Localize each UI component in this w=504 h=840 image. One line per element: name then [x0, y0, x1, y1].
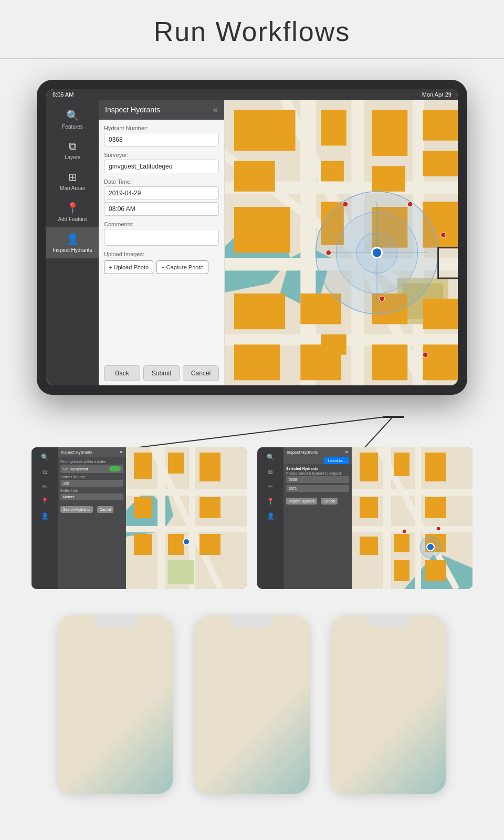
sidebar-item-add-feature[interactable]: 📍 Add Feature: [46, 196, 99, 227]
field-surveyor: Surveyor: gmvguest_Latitudegeo: [104, 152, 219, 173]
svg-rect-17: [372, 166, 405, 192]
svg-rect-76: [425, 453, 446, 481]
svg-rect-19: [234, 207, 290, 253]
small-hydrant-0371[interactable]: 0371: [286, 485, 349, 492]
svg-rect-49: [383, 416, 404, 418]
small-sidebar-add[interactable]: 📍: [32, 495, 58, 509]
phone-mockup-2: [194, 615, 310, 794]
svg-rect-81: [360, 537, 378, 555]
small-cancel-btn[interactable]: Cancel: [97, 506, 114, 513]
page-header: Run Workflows: [0, 0, 504, 58]
phone-screen-2: [194, 615, 310, 794]
svg-rect-31: [372, 344, 407, 380]
map-areas-icon: ⊞: [68, 171, 77, 183]
small-add-icon: 📍: [41, 498, 49, 505]
small-input-radius[interactable]: Set Radius/half: [60, 465, 123, 473]
input-comments[interactable]: [104, 229, 219, 246]
small-sidebar-2-inspect[interactable]: 👤: [257, 509, 284, 524]
small-2-add-icon: 📍: [267, 498, 275, 505]
small-input-distance[interactable]: 100: [60, 480, 123, 487]
collapse-chevron[interactable]: «: [213, 105, 218, 114]
tablet-content: 🔍 Features ⧉ Layers ⊞ Map Areas 📍 Add Fe…: [46, 100, 458, 385]
cancel-button[interactable]: Cancel: [183, 365, 219, 381]
page-title: Run Workflows: [0, 16, 504, 47]
header-divider: [0, 58, 504, 59]
tablet-device: 8:06 AM Mon Apr 29 🔍 Features ⧉ Layers ⊞: [37, 80, 467, 395]
svg-rect-14: [372, 110, 407, 155]
sidebar-label-features: Features: [62, 124, 82, 130]
connector-area: [0, 416, 504, 447]
small-form-title-1: Inspect Hydrants: [61, 450, 92, 455]
svg-rect-63: [200, 534, 220, 555]
phone-mockup-3: [331, 615, 446, 794]
small-toggle[interactable]: [109, 466, 121, 471]
svg-rect-16: [423, 151, 458, 176]
phone-screen-3: [331, 615, 446, 794]
field-hydrant-number: Hydrant Number: 0368: [104, 125, 219, 146]
small-sidebar-inspect[interactable]: 👤: [32, 509, 58, 524]
phones-row: [26, 615, 478, 815]
svg-rect-78: [425, 497, 446, 518]
svg-rect-33: [321, 334, 346, 355]
label-comments: Comments:: [104, 221, 219, 227]
sidebar-item-inspect-hydrants[interactable]: 👤 Inspect Hydrants: [46, 227, 99, 258]
small-2-tools-icon: ✂: [268, 483, 273, 490]
capture-photo-button[interactable]: + Capture Photo: [156, 260, 208, 274]
small-sidebar-2-tools[interactable]: ✂: [257, 480, 284, 495]
small-inspect-hydrant-btn[interactable]: Inspect Hydrant: [286, 498, 317, 505]
small-layers-icon: ⧉: [43, 468, 47, 476]
svg-rect-29: [234, 344, 280, 380]
svg-rect-11: [234, 110, 296, 151]
form-body: Hydrant Number: 0368 Surveyor: gmvguest_…: [99, 120, 224, 361]
label-date-time: Date Time:: [104, 178, 219, 185]
input-hydrant-number[interactable]: 0368: [104, 133, 219, 146]
small-form-header-1: Inspect Hydrants ✕: [58, 447, 126, 457]
label-hydrant-number: Hydrant Number:: [104, 125, 219, 131]
upload-images-label: Upload Images:: [104, 251, 219, 257]
svg-point-87: [436, 527, 440, 531]
svg-rect-18: [321, 161, 344, 182]
small-sidebar-2-add[interactable]: 📍: [257, 495, 284, 509]
small-map-1: [126, 447, 247, 589]
submit-button[interactable]: Submit: [143, 365, 180, 381]
sidebar-item-map-areas[interactable]: ⊞ Map Areas: [46, 165, 99, 196]
input-date[interactable]: 2019-04-29: [104, 186, 219, 200]
small-search-btn[interactable]: Search Hydrants: [60, 506, 93, 513]
small-sidebar-layers[interactable]: ⧉: [32, 465, 58, 480]
small-cancel-btn-2[interactable]: Cancel: [321, 498, 338, 505]
map-area[interactable]: [225, 100, 458, 385]
small-sidebar-2-layers[interactable]: ⧉: [257, 465, 284, 480]
upload-photo-button[interactable]: + Upload Photo: [104, 260, 153, 274]
small-iwantto-btn[interactable]: I want to...: [324, 457, 349, 464]
small-inspect-icon: 👤: [41, 512, 49, 520]
layers-icon: ⧉: [69, 140, 76, 152]
back-button[interactable]: Back: [104, 365, 140, 381]
small-form-close-1[interactable]: ✕: [119, 450, 123, 455]
svg-point-42: [440, 233, 446, 238]
svg-rect-57: [134, 453, 152, 479]
small-form-close-2[interactable]: ✕: [345, 450, 349, 455]
small-input-unit[interactable]: Meters: [60, 494, 123, 500]
small-2-features-icon: 🔍: [267, 454, 275, 461]
svg-line-47: [139, 416, 394, 447]
sidebar-item-features[interactable]: 🔍 Features: [46, 104, 99, 135]
upload-buttons-group: + Upload Photo + Capture Photo: [104, 260, 219, 274]
form-panel: Inspect Hydrants « Hydrant Number: 0368 …: [99, 100, 225, 385]
small-selected-hydrants-label: Selected Hydrants: [286, 467, 349, 470]
input-time[interactable]: 08:06 AM: [104, 202, 219, 216]
small-sidebar-2-features[interactable]: 🔍: [257, 450, 284, 465]
input-surveyor[interactable]: gmvguest_Latitudegeo: [104, 160, 219, 173]
svg-rect-25: [234, 293, 285, 329]
svg-rect-60: [134, 497, 152, 518]
small-action-row: Search Hydrants Cancel: [60, 503, 123, 513]
status-date: Mon Apr 29: [422, 91, 452, 98]
sidebar-label-add-feature: Add Feature: [58, 216, 87, 222]
label-surveyor: Surveyor:: [104, 152, 219, 158]
svg-rect-58: [168, 453, 184, 474]
sidebar-item-layers[interactable]: ⧉ Layers: [46, 135, 99, 165]
small-hydrant-0368[interactable]: 0368: [286, 476, 349, 483]
small-sidebar-tools[interactable]: ✂: [32, 480, 58, 495]
field-date-time: Date Time: 2019-04-29 08:06 AM: [104, 178, 219, 216]
svg-point-45: [423, 352, 428, 358]
small-sidebar-features[interactable]: 🔍: [32, 450, 58, 465]
